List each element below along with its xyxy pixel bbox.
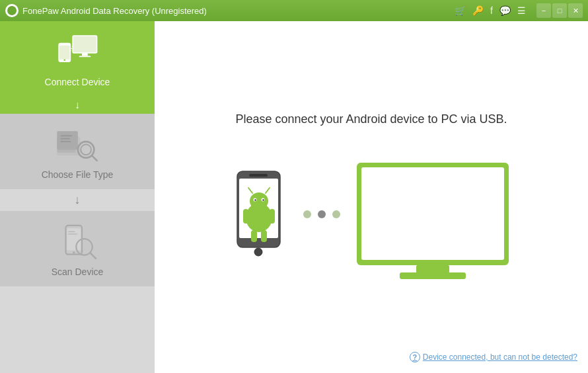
help-icon: ?	[410, 352, 420, 362]
svg-point-12	[81, 144, 91, 155]
svg-rect-2	[82, 53, 88, 56]
svg-rect-3	[79, 56, 91, 58]
svg-rect-1	[73, 36, 96, 53]
svg-point-27	[254, 248, 262, 256]
choose-file-type-label: Choose File Type	[42, 169, 114, 180]
svg-point-19	[73, 251, 75, 254]
facebook-icon[interactable]: f	[490, 5, 493, 16]
choose-file-type-icon	[54, 124, 100, 164]
svg-point-33	[262, 199, 264, 200]
svg-rect-15	[61, 138, 70, 140]
connect-device-label: Connect Device	[45, 77, 110, 87]
sidebar-item-connect-device[interactable]: Connect Device	[0, 21, 155, 97]
title-bar: FonePaw Android Data Recovery (Unregiste…	[0, 0, 588, 21]
dot-3	[332, 210, 340, 218]
svg-point-32	[254, 199, 256, 200]
svg-rect-26	[249, 174, 268, 177]
svg-point-6	[63, 59, 65, 61]
step-arrow-2: ↓	[0, 189, 155, 211]
main-message: Please connect your Android device to PC…	[235, 112, 507, 126]
svg-line-21	[90, 253, 96, 259]
svg-rect-39	[261, 230, 267, 242]
app-icon	[5, 4, 18, 17]
main-layout: Connect Device ↓ Choose File Type	[0, 21, 588, 373]
minimize-button[interactable]: −	[536, 3, 551, 18]
svg-rect-14	[61, 135, 73, 136]
app-icon-inner	[7, 6, 17, 15]
bottom-help-link[interactable]: ? Device connected, but can not be detec…	[410, 352, 577, 362]
dot-2	[318, 210, 326, 218]
svg-line-13	[92, 155, 97, 161]
bottom-link-text[interactable]: Device connected, but can not be detecte…	[423, 352, 577, 362]
sidebar-item-choose-file-type[interactable]: Choose File Type	[0, 114, 155, 189]
svg-point-29	[250, 192, 268, 210]
svg-rect-5	[59, 46, 70, 60]
chat-icon[interactable]: 💬	[499, 5, 511, 16]
window-controls: − □ ✕	[536, 3, 583, 18]
svg-rect-10	[57, 131, 78, 149]
sidebar: Connect Device ↓ Choose File Type	[0, 21, 155, 373]
svg-rect-23	[68, 233, 77, 234]
title-bar-right: 🛒 🔑 f 💬 ☰ − □ ✕	[455, 3, 583, 18]
svg-rect-37	[270, 209, 275, 224]
sidebar-item-scan-device[interactable]: Scan Device	[0, 211, 155, 286]
svg-rect-43	[400, 272, 466, 279]
dot-1	[303, 210, 311, 218]
monitor-illustration	[353, 159, 512, 282]
svg-rect-16	[61, 141, 71, 142]
phone-illustration	[231, 168, 290, 274]
scan-device-label: Scan Device	[52, 267, 104, 277]
cart-icon[interactable]: 🛒	[455, 5, 466, 16]
key-icon[interactable]: 🔑	[472, 5, 484, 16]
title-bar-left: FonePaw Android Data Recovery (Unregiste…	[5, 4, 207, 17]
scan-device-icon	[54, 222, 100, 261]
content-area: Please connect your Android device to PC…	[155, 21, 588, 373]
svg-rect-42	[416, 265, 449, 273]
close-button[interactable]: ✕	[568, 3, 583, 18]
illustration	[231, 159, 512, 282]
svg-rect-22	[68, 231, 75, 232]
maximize-button[interactable]: □	[552, 3, 567, 18]
app-title: FonePaw Android Data Recovery (Unregiste…	[22, 6, 207, 16]
svg-rect-41	[361, 167, 504, 260]
connect-device-icon	[54, 32, 100, 71]
connection-dots	[303, 210, 340, 218]
step-arrow-1: ↓	[0, 97, 155, 114]
svg-rect-36	[243, 209, 248, 224]
svg-rect-38	[251, 230, 257, 242]
menu-icon[interactable]: ☰	[517, 5, 526, 16]
